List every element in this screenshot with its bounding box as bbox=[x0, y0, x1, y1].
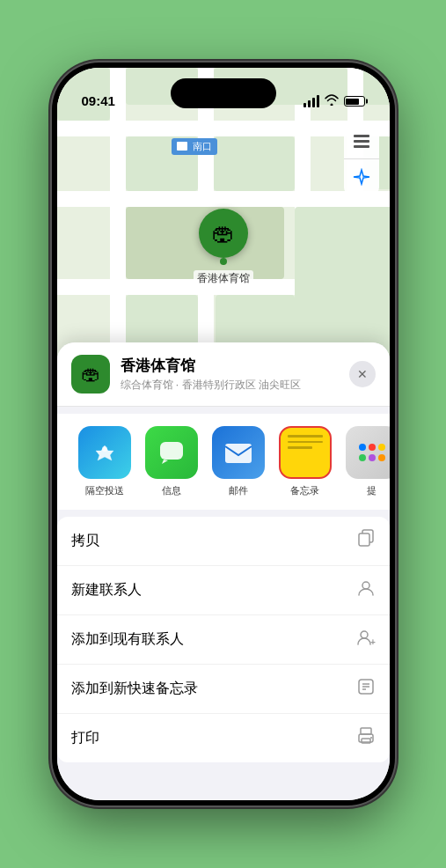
svg-rect-5 bbox=[225, 444, 252, 463]
svg-point-18 bbox=[370, 737, 372, 739]
action-list: 拷贝 新建联系人 bbox=[57, 517, 390, 762]
action-item-quick-note[interactable]: 添加到新快速备忘录 bbox=[57, 665, 390, 714]
svg-rect-7 bbox=[359, 533, 369, 546]
more-label: 提 bbox=[367, 484, 377, 497]
action-new-contact-label: 新建联系人 bbox=[71, 581, 142, 600]
mail-icon bbox=[212, 426, 265, 479]
svg-point-8 bbox=[362, 582, 369, 589]
share-item-airdrop[interactable]: 隔空投送 bbox=[71, 426, 138, 497]
notes-label: 备忘录 bbox=[290, 484, 319, 497]
svg-rect-15 bbox=[361, 728, 371, 734]
map-controls bbox=[344, 124, 379, 195]
share-row: 隔空投送 信息 bbox=[57, 414, 390, 510]
add-contact-icon: + bbox=[356, 628, 376, 651]
share-item-messages[interactable]: 信息 bbox=[138, 426, 205, 497]
phone-frame: 09:41 bbox=[52, 63, 395, 805]
more-icon bbox=[346, 426, 390, 479]
location-card-icon: 🏟 bbox=[71, 355, 110, 394]
battery-icon bbox=[344, 96, 365, 107]
svg-rect-2 bbox=[354, 145, 369, 148]
svg-rect-0 bbox=[354, 135, 369, 137]
location-info: 香港体育馆 综合体育馆 · 香港特别行政区 油尖旺区 bbox=[121, 356, 339, 393]
dynamic-island bbox=[171, 78, 276, 108]
location-card: 🏟 香港体育馆 综合体育馆 · 香港特别行政区 油尖旺区 ✕ bbox=[57, 342, 390, 407]
svg-rect-17 bbox=[362, 739, 370, 743]
pin-circle: 🏟 bbox=[199, 209, 248, 258]
share-item-more[interactable]: 提 bbox=[339, 426, 390, 497]
notes-icon bbox=[279, 426, 332, 479]
quick-note-icon bbox=[356, 677, 376, 701]
pin-label: 香港体育馆 bbox=[194, 270, 253, 287]
svg-text:+: + bbox=[370, 637, 376, 647]
svg-point-3 bbox=[102, 446, 107, 452]
mail-label: 邮件 bbox=[229, 484, 248, 497]
map-area-label: 南口 bbox=[172, 138, 217, 155]
status-time: 09:41 bbox=[82, 93, 115, 110]
airdrop-label: 隔空投送 bbox=[85, 484, 124, 497]
copy-icon bbox=[356, 529, 376, 553]
location-name: 香港体育馆 bbox=[121, 356, 339, 376]
svg-rect-4 bbox=[160, 442, 183, 460]
action-item-copy[interactable]: 拷贝 bbox=[57, 517, 390, 566]
stadium-pin: 🏟 香港体育馆 bbox=[194, 209, 253, 287]
close-button[interactable]: ✕ bbox=[349, 361, 376, 387]
svg-rect-1 bbox=[354, 140, 369, 143]
map-location-button[interactable] bbox=[344, 159, 379, 195]
messages-label: 信息 bbox=[162, 484, 181, 497]
action-item-print[interactable]: 打印 bbox=[57, 714, 390, 762]
status-icons bbox=[303, 94, 365, 110]
phone-screen: 09:41 bbox=[57, 68, 390, 800]
map-layers-button[interactable] bbox=[344, 124, 379, 159]
bottom-sheet: 🏟 香港体育馆 综合体育馆 · 香港特别行政区 油尖旺区 ✕ bbox=[57, 342, 390, 800]
print-icon bbox=[356, 726, 376, 750]
action-copy-label: 拷贝 bbox=[71, 532, 99, 550]
pin-emoji: 🏟 bbox=[212, 220, 235, 247]
action-print-label: 打印 bbox=[71, 729, 99, 747]
share-item-mail[interactable]: 邮件 bbox=[205, 426, 272, 497]
messages-icon bbox=[145, 426, 198, 479]
action-item-new-contact[interactable]: 新建联系人 bbox=[57, 566, 390, 615]
wifi-icon bbox=[325, 94, 339, 108]
share-item-notes[interactable]: 备忘录 bbox=[272, 426, 339, 497]
svg-point-9 bbox=[361, 631, 368, 638]
location-subtitle: 综合体育馆 · 香港特别行政区 油尖旺区 bbox=[121, 378, 339, 393]
new-contact-icon bbox=[356, 578, 376, 602]
airdrop-icon bbox=[78, 426, 131, 479]
action-add-existing-label: 添加到现有联系人 bbox=[71, 630, 184, 649]
signal-bars-icon bbox=[303, 95, 319, 107]
action-item-add-existing[interactable]: 添加到现有联系人 + bbox=[57, 615, 390, 665]
action-quick-note-label: 添加到新快速备忘录 bbox=[71, 680, 198, 698]
